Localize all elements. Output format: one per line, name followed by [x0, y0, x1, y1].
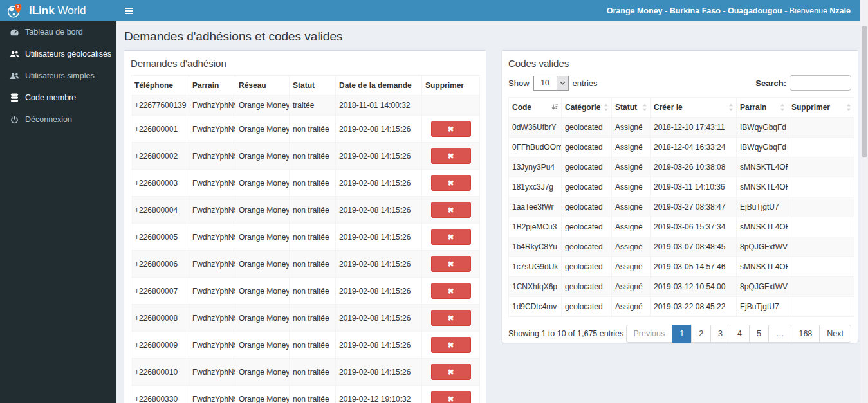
cell-network: Orange Money — [235, 197, 290, 224]
search-input[interactable] — [790, 75, 851, 91]
cell-created: 2019-03-12 10:54:00 — [651, 277, 737, 297]
cell-status: traitée — [290, 96, 336, 116]
cell-parrain: FwdhzYphN9 — [189, 143, 235, 170]
pagination-page-5[interactable]: 5 — [749, 325, 769, 343]
vertical-scrollbar[interactable] — [860, 0, 868, 403]
delete-request-button[interactable]: ✖ — [431, 148, 471, 164]
x-icon: ✖ — [447, 206, 454, 215]
cell-date: 2019-02-08 14:15:26 — [336, 305, 422, 332]
cell-network: Orange Money — [235, 116, 290, 143]
codes-table-body: 0dW36UfbrY geolocated Assigné 2018-12-10… — [509, 118, 854, 317]
cell-delete — [788, 118, 854, 138]
cell-category: geolocated — [562, 177, 612, 197]
code-row: 1aaTee3fWr geolocated Assigné 2019-03-27… — [509, 197, 854, 217]
col-creer-le[interactable]: Créer le — [651, 98, 737, 118]
col-code[interactable]: Code — [509, 98, 562, 118]
pagination-page-168[interactable]: 168 — [791, 325, 820, 343]
delete-request-button[interactable]: ✖ — [431, 364, 471, 380]
pagination-page-1[interactable]: 1 — [672, 325, 692, 343]
cell-network: Orange Money — [235, 386, 290, 403]
code-row: 1B2pjeMCu3 geolocated Assigné 2019-03-06… — [509, 217, 854, 237]
pagination-previous-button[interactable]: Previous — [626, 325, 673, 343]
database-icon — [10, 93, 19, 102]
sidebar: Tableau de bord Utilisateurs géolocalisé… — [0, 21, 116, 403]
col-statut[interactable]: Statut — [612, 98, 651, 118]
sort-icon — [780, 104, 785, 111]
col-reseau: Réseau — [235, 76, 290, 96]
datatable-footer: Showing 1 to 10 of 1,675 entries Previou… — [508, 325, 851, 343]
page-length-control: Show 10 entries — [508, 76, 598, 91]
delete-request-button[interactable]: ✖ — [431, 229, 471, 245]
delete-request-button[interactable]: ✖ — [431, 121, 471, 137]
cell-parrain: 8pQJGFxtWV — [737, 237, 788, 257]
requests-table-body: +22677600139 FwdhzYphN9 Orange Money tra… — [131, 96, 480, 403]
datatable-controls: Show 10 entries Search: — [508, 75, 851, 91]
cell-code: 1c7sUG9dUk — [509, 257, 562, 277]
cell-status: non traitée — [290, 305, 336, 332]
cell-status: Assigné — [612, 118, 651, 138]
tachometer-icon — [10, 28, 19, 37]
cell-delete: ✖ — [422, 224, 480, 251]
cell-delete — [788, 297, 854, 317]
cell-status: Assigné — [612, 257, 651, 277]
cell-phone: +226800330 — [131, 386, 189, 403]
sidebar-item-tableau-de-bord[interactable]: Tableau de bord — [0, 21, 116, 43]
cell-code: 0dW36UfbrY — [509, 118, 562, 138]
pagination-page-2[interactable]: 2 — [691, 325, 711, 343]
cell-date: 2019-02-08 14:15:26 — [336, 116, 422, 143]
brand-link[interactable]: $ iLink World — [0, 0, 116, 21]
scrollbar-thumb[interactable] — [862, 26, 867, 157]
pagination-page-3[interactable]: 3 — [710, 325, 730, 343]
pagination-next-button[interactable]: Next — [819, 325, 851, 343]
cell-date: 2019-02-08 14:15:26 — [336, 143, 422, 170]
delete-request-button[interactable]: ✖ — [431, 310, 471, 326]
cell-date: 2019-02-08 14:15:26 — [336, 251, 422, 278]
delete-request-button[interactable]: ✖ — [431, 391, 471, 403]
username: Nzale — [829, 6, 851, 15]
code-row: 1CNXhfqX6p geolocated Assigné 2019-03-12… — [509, 277, 854, 297]
delete-request-button[interactable]: ✖ — [431, 256, 471, 272]
page-length-select[interactable]: 10 — [533, 76, 569, 91]
cell-delete: ✖ — [422, 170, 480, 197]
delete-request-button[interactable]: ✖ — [431, 283, 471, 299]
sidebar-item-utilisateurs-simples[interactable]: Utilisateurs simples — [0, 65, 116, 87]
cell-network: Orange Money — [235, 251, 290, 278]
cell-code: 1d9CDtc4mv — [509, 297, 562, 317]
cell-phone: +226800003 — [131, 170, 189, 197]
cell-status: non traitée — [290, 359, 336, 386]
requests-panel-title: Demandes d'adhésion — [124, 51, 486, 74]
delete-request-button[interactable]: ✖ — [431, 175, 471, 191]
cell-phone: +226800010 — [131, 359, 189, 386]
col-categorie[interactable]: Catégorie — [562, 98, 612, 118]
cell-parrain: FwdhzYphN9 — [189, 224, 235, 251]
delete-request-button[interactable]: ✖ — [431, 202, 471, 218]
delete-request-button[interactable]: ✖ — [431, 337, 471, 353]
request-row: +226800010 FwdhzYphN9 Orange Money non t… — [131, 359, 480, 386]
col-parrain[interactable]: Parrain — [737, 98, 788, 118]
cell-date: 2019-02-08 14:15:26 — [336, 197, 422, 224]
request-row: +226800005 FwdhzYphN9 Orange Money non t… — [131, 224, 480, 251]
chevron-down-icon — [557, 76, 568, 90]
cell-status: non traitée — [290, 386, 336, 403]
col-supprimer[interactable]: Supprimer — [788, 98, 854, 118]
cell-status: Assigné — [612, 277, 651, 297]
sidebar-item-deconnexion[interactable]: Déconnexion — [0, 109, 116, 130]
sidebar-item-code-membre[interactable]: Code membre — [0, 87, 116, 109]
cell-phone: +226800004 — [131, 197, 189, 224]
cell-delete — [788, 257, 854, 277]
cell-status: non traitée — [290, 116, 336, 143]
cell-category: geolocated — [562, 197, 612, 217]
cell-phone: +226800002 — [131, 143, 189, 170]
sidebar-item-utilisateurs-geolocalises[interactable]: Utilisateurs géolocalisés — [0, 43, 116, 65]
x-icon: ✖ — [447, 368, 454, 377]
cell-network: Orange Money — [235, 278, 290, 305]
cell-status: non traitée — [290, 251, 336, 278]
cell-parrain: sMNSKTL4OR — [737, 177, 788, 197]
cell-delete: ✖ — [422, 197, 480, 224]
sidebar-toggle-button[interactable] — [116, 0, 141, 21]
pagination-page-4[interactable]: 4 — [730, 325, 750, 343]
app-logo-globe-pin-icon: $ — [6, 3, 23, 19]
request-row: +226800004 FwdhzYphN9 Orange Money non t… — [131, 197, 480, 224]
cell-parrain: EjBuTjgtU7 — [737, 297, 788, 317]
cell-created: 2019-03-26 10:38:08 — [651, 157, 737, 177]
